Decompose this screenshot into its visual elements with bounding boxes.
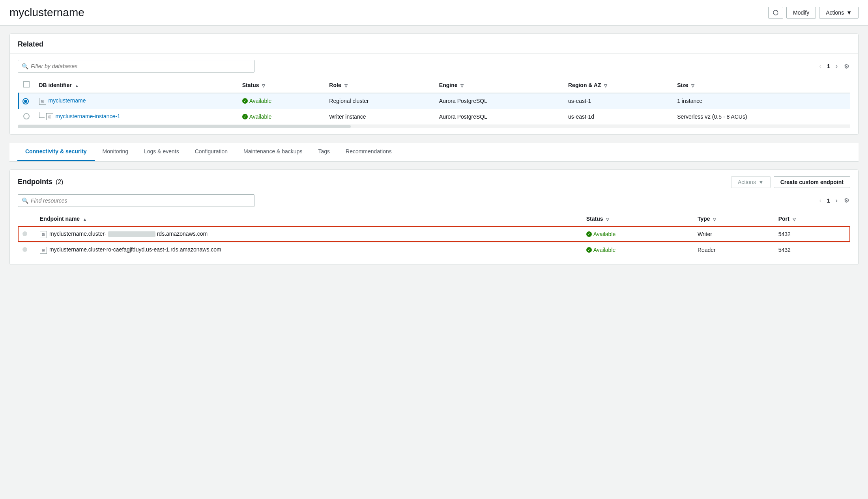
row-radio-button[interactable]	[23, 113, 30, 119]
tabs-list: Connectivity & securityMonitoringLogs & …	[17, 143, 851, 161]
endpoints-actions-chevron-icon: ▼	[758, 179, 764, 185]
table-row[interactable]: ⊞myclustername.cluster-rds.amazonaws.com…	[18, 226, 850, 242]
actions-button[interactable]: Actions ▼	[819, 7, 859, 19]
endpoints-search-input[interactable]	[18, 194, 254, 207]
status-check-icon: ✓	[242, 114, 248, 119]
status-check-icon: ✓	[586, 231, 592, 237]
tab-monitoring[interactable]: Monitoring	[95, 143, 136, 161]
table-row[interactable]: ⊞myclustername-instance-1✓AvailableWrite…	[19, 109, 851, 125]
related-filter-bar: 🔍 ‹ 1 › ⚙	[18, 60, 850, 73]
related-table: DB identifier ▲ Status ▽ Role ▽ Engine	[18, 77, 850, 125]
region-cell: us-east-1	[563, 93, 672, 109]
select-all-checkbox[interactable]	[23, 81, 30, 88]
endpoints-table-settings-button[interactable]: ⚙	[843, 196, 850, 205]
tree-line-icon	[39, 112, 45, 118]
tab-logs-events[interactable]: Logs & events	[136, 143, 187, 161]
endpoints-actions-group: Actions ▼ Create custom endpoint	[731, 176, 850, 188]
status-cell: ✓Available	[238, 109, 325, 125]
ep-sort-status-icon: ▽	[606, 217, 609, 222]
endpoint-status-available: ✓Available	[586, 247, 688, 253]
prev-page-button[interactable]: ‹	[817, 62, 824, 71]
related-search-input[interactable]	[18, 60, 254, 73]
endpoint-type-cell: Writer	[693, 226, 774, 242]
endpoint-port-cell: 5432	[774, 242, 850, 258]
related-table-header-row: DB identifier ▲ Status ▽ Role ▽ Engine	[19, 77, 851, 93]
actions-chevron-icon: ▼	[846, 9, 852, 16]
db-icon: ⊞	[46, 113, 53, 120]
sort-region-icon: ▽	[604, 84, 607, 88]
related-card-body: 🔍 ‹ 1 › ⚙ DB ident	[10, 54, 858, 134]
ep-sort-port-icon: ▽	[793, 217, 796, 222]
endpoints-table-header-row: Endpoint name ▲ Status ▽ Type ▽ Port	[18, 212, 850, 226]
ep-col-status: Status ▽	[582, 212, 693, 226]
endpoint-radio-button[interactable]	[22, 231, 27, 236]
endpoints-pagination: ‹ 1 › ⚙	[817, 196, 850, 205]
ep-col-radio	[18, 212, 35, 226]
db-icon: ⊞	[39, 98, 46, 105]
related-card: Related 🔍 ‹ 1 › ⚙	[9, 34, 859, 135]
endpoint-status-cell: ✓Available	[582, 242, 693, 258]
engine-cell: Aurora PostgreSQL	[434, 109, 563, 125]
header-actions: Modify Actions ▼	[768, 7, 859, 19]
endpoint-name-text: myclustername.cluster-ro-caefagjfduyd.us…	[49, 246, 221, 253]
db-identifier-link[interactable]: myclustername	[49, 97, 86, 104]
table-settings-button[interactable]: ⚙	[843, 62, 850, 71]
endpoints-next-page-button[interactable]: ›	[833, 196, 840, 205]
status-check-icon: ✓	[586, 247, 592, 253]
tab-recommendations[interactable]: Recommendations	[338, 143, 400, 161]
table-row[interactable]: ⊞myclustername.cluster-ro-caefagjfduyd.u…	[18, 242, 850, 258]
endpoints-actions-button[interactable]: Actions ▼	[731, 176, 771, 188]
ep-sort-type-icon: ▽	[713, 217, 716, 222]
modify-button[interactable]: Modify	[786, 7, 816, 19]
endpoints-search-wrapper: 🔍	[18, 194, 254, 207]
endpoints-card-body: Endpoints (2) Actions ▼ Create custom en…	[10, 170, 858, 264]
endpoint-name-suffix: rds.amazonaws.com	[157, 231, 208, 237]
scroll-thumb	[18, 125, 351, 128]
endpoints-filter-bar: 🔍 ‹ 1 › ⚙	[18, 194, 850, 207]
endpoint-port-cell: 5432	[774, 226, 850, 242]
endpoints-section-header: Endpoints (2) Actions ▼ Create custom en…	[18, 176, 850, 188]
create-endpoint-button[interactable]: Create custom endpoint	[774, 176, 850, 188]
role-cell: Writer instance	[324, 109, 434, 125]
related-card-header: Related	[10, 34, 858, 54]
tab-configuration[interactable]: Configuration	[187, 143, 236, 161]
sort-status-icon: ▽	[262, 84, 265, 88]
engine-cell: Aurora PostgreSQL	[434, 93, 563, 109]
page-title: myclustername	[9, 6, 84, 19]
tab-maintenance-backups[interactable]: Maintenance & backups	[236, 143, 310, 161]
status-available: ✓Available	[242, 98, 320, 104]
size-cell: 1 instance	[672, 93, 850, 109]
next-page-button[interactable]: ›	[833, 62, 840, 71]
endpoint-status-available: ✓Available	[586, 231, 688, 237]
col-checkbox	[19, 77, 34, 93]
endpoint-name-cell: ⊞myclustername.cluster-ro-caefagjfduyd.u…	[35, 242, 582, 258]
endpoint-type-cell: Reader	[693, 242, 774, 258]
ep-col-name: Endpoint name ▲	[35, 212, 582, 226]
row-radio-button[interactable]	[22, 98, 29, 104]
col-db-identifier: DB identifier ▲	[34, 77, 238, 93]
endpoint-name-cell: ⊞myclustername.cluster-rds.amazonaws.com	[35, 226, 582, 242]
sort-size-icon: ▽	[691, 84, 694, 88]
refresh-icon	[773, 9, 779, 16]
endpoint-icon: ⊞	[40, 247, 47, 254]
endpoints-search-icon: 🔍	[22, 197, 28, 204]
endpoint-radio-button[interactable]	[22, 247, 27, 252]
endpoints-title-group: Endpoints (2)	[18, 178, 63, 186]
sort-role-icon: ▽	[344, 84, 348, 88]
related-scrollbar[interactable]	[18, 125, 850, 128]
endpoints-table-body: ⊞myclustername.cluster-rds.amazonaws.com…	[18, 226, 850, 258]
status-cell: ✓Available	[238, 93, 325, 109]
endpoints-prev-page-button[interactable]: ‹	[817, 196, 824, 205]
table-row[interactable]: ⊞myclustername✓AvailableRegional cluster…	[19, 93, 851, 109]
tab-tags[interactable]: Tags	[310, 143, 338, 161]
ep-col-port: Port ▽	[774, 212, 850, 226]
tab-connectivity-security[interactable]: Connectivity & security	[17, 143, 95, 161]
related-title: Related	[18, 40, 43, 48]
refresh-button[interactable]	[768, 7, 783, 19]
search-icon: 🔍	[22, 63, 28, 69]
db-identifier-link[interactable]: myclustername-instance-1	[56, 113, 120, 119]
col-role: Role ▽	[324, 77, 434, 93]
page-header: myclustername Modify Actions ▼	[0, 0, 868, 26]
col-region: Region & AZ ▽	[563, 77, 672, 93]
endpoints-page-number: 1	[827, 197, 830, 204]
